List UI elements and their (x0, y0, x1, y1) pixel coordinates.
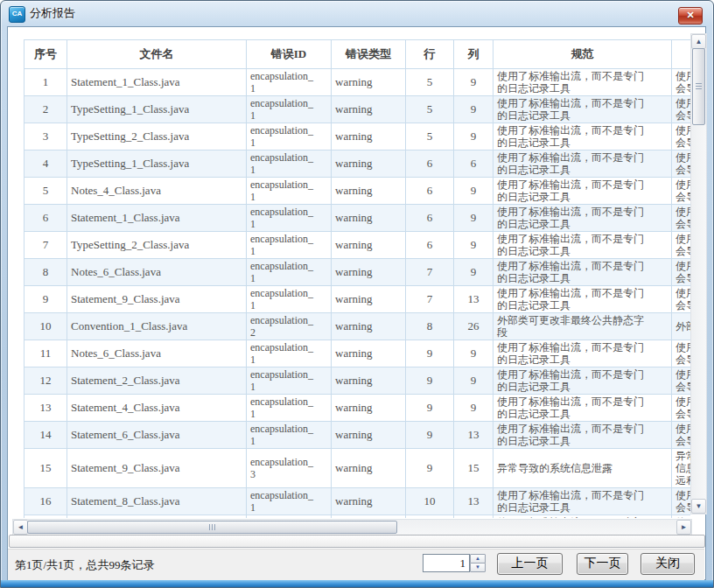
cell-description: 使用 会导 (672, 69, 691, 96)
cell-error-id: encapsulation_ 1 (247, 205, 332, 232)
cell-rule: 异常导致的系统信息泄露 (494, 449, 672, 488)
cell-line: 6 (406, 150, 454, 178)
cell-index: 7 (24, 232, 67, 259)
cell-rule: 使用了标准输出流，而不是专门 的日志记录工具 (494, 286, 672, 313)
column-header: 错误ID (247, 40, 332, 69)
column-header: 错误类型 (332, 40, 406, 69)
horizontal-scrollbar-thumb[interactable] (27, 521, 397, 534)
cell-error-id: encapsulation_ 1 (247, 422, 332, 449)
thumb-grip-icon (696, 83, 702, 90)
cell-error-id: encapsulation_ 1 (247, 368, 332, 395)
thumb-grip-icon (209, 524, 216, 530)
title-bar[interactable]: CA 分析报告 ✕ (0, 0, 714, 26)
cell-line: 7 (406, 259, 454, 286)
next-page-button[interactable]: 下一页 (577, 553, 628, 575)
table-row: 9 Statement_9_Class.java encapsulation_ … (24, 286, 691, 313)
cell-error-id: encapsulation_ 1 (247, 232, 332, 259)
table-row: 13 Statement_4_Class.java encapsulation_… (24, 395, 691, 422)
cell-index: 8 (24, 259, 67, 286)
cell-index: 13 (24, 395, 67, 422)
window-frame-bottom (1, 580, 713, 587)
cell-column: 13 (454, 422, 494, 449)
cell-error-id: encapsulation_ 1 (247, 69, 332, 96)
cell-error-id: encapsulation_ 1 (247, 286, 332, 313)
cell-filename: Notes_4_Class.java (67, 178, 247, 205)
cell-rule: 使用了标准输出流，而不是专门 的日志记录工具 (494, 395, 672, 422)
cell-error-id: encapsulation_ 1 (247, 488, 332, 515)
header-row: 序号文件名错误ID错误类型行列规范 (24, 40, 691, 69)
scroll-down-icon[interactable]: ▼ (691, 499, 706, 514)
cell-rule: 使用了标准输出流，而不是专门 的日志记录工具 (494, 232, 672, 259)
cell-error-type: warning (332, 340, 406, 368)
close-button[interactable]: 关闭 (640, 553, 695, 575)
cell-description: 使用 会导 (672, 205, 691, 232)
cell-error-type: warning (332, 449, 406, 488)
cell-description: 使用 会导 (672, 515, 691, 519)
scroll-left-icon[interactable]: ◄ (13, 520, 28, 535)
cell-description: 异常 信息 远程 (672, 449, 691, 488)
cell-rule: 使用了标准输出流，而不是专门 的日志记录工具 (494, 488, 672, 515)
table-row: 11 Notes_6_Class.java encapsulation_ 1 w… (24, 340, 691, 368)
cell-column: 9 (454, 368, 494, 395)
cell-column: 15 (454, 449, 494, 488)
table-row: 4 TypeSetting_1_Class.java encapsulation… (24, 150, 691, 178)
cell-index: 3 (24, 123, 67, 150)
table-row: 16 Statement_8_Class.java encapsulation_… (24, 488, 691, 515)
column-header: 列 (454, 40, 494, 69)
scroll-up-icon[interactable]: ▲ (691, 34, 706, 49)
cell-line: 10 (406, 488, 454, 515)
cell-filename (67, 515, 247, 519)
cell-filename: Statement_2_Class.java (67, 368, 247, 395)
cell-error-id: encapsulation_ 1 (247, 395, 332, 422)
cell-error-id: encapsulation_ 3 (247, 449, 332, 488)
cell-line (406, 515, 454, 519)
spinner-down-icon[interactable]: ▼ (470, 563, 486, 572)
cell-description: 使用 会导 (672, 286, 691, 313)
cell-error-id: encapsulation_ 1 (247, 259, 332, 286)
cell-line: 7 (406, 286, 454, 313)
cell-error-type: warning (332, 150, 406, 178)
cell-description: 使用 会导 (672, 150, 691, 178)
cell-rule: 使用了标准输出流，而不是专门 的日志记录工具 (494, 178, 672, 205)
cell-description: 使用 会导 (672, 259, 691, 286)
cell-description: 外部 (672, 313, 691, 340)
table-row: 8 Notes_6_Class.java encapsulation_ 1 wa… (24, 259, 691, 286)
cell-description: 使用 会导 (672, 395, 691, 422)
cell-filename: Statement_1_Class.java (67, 205, 247, 232)
page-number-input[interactable] (423, 554, 470, 572)
cell-line: 5 (406, 69, 454, 96)
report-table-body: 1 Statement_1_Class.java encapsulation_ … (24, 69, 691, 519)
cell-index: 12 (24, 368, 67, 395)
cell-error-type: warning (332, 69, 406, 96)
footer-bar: 第1页/共1页，总共99条记录 ▲ ▼ 上一页 下一页 关闭 (8, 549, 704, 580)
cell-index: 2 (24, 96, 67, 123)
horizontal-scrollbar[interactable]: ◄ ► (12, 519, 692, 536)
cell-filename: Statement_4_Class.java (67, 395, 247, 422)
cell-error-id: encapsulation_ 1 (247, 96, 332, 123)
cell-column: 9 (454, 205, 494, 232)
cell-description: 使用 会导 (672, 123, 691, 150)
cell-column: 9 (454, 232, 494, 259)
column-header: 规范 (494, 40, 672, 69)
cell-error-type: warning (332, 232, 406, 259)
table-row: 2 TypeSetting_1_Class.java encapsulation… (24, 96, 691, 123)
window-close-button[interactable]: ✕ (678, 7, 703, 24)
cell-filename: Statement_9_Class.java (67, 286, 247, 313)
cell-error-type: warning (332, 488, 406, 515)
cell-column: 9 (454, 340, 494, 368)
cell-column: 9 (454, 178, 494, 205)
report-table-viewport: 序号文件名错误ID错误类型行列规范 1 Statement_1_Class.ja… (12, 33, 690, 518)
vertical-scrollbar-thumb[interactable] (692, 48, 705, 125)
report-table: 序号文件名错误ID错误类型行列规范 1 Statement_1_Class.ja… (24, 39, 690, 518)
vertical-scrollbar[interactable]: ▲ ▼ (690, 33, 707, 514)
cell-description: 使用 会导 (672, 232, 691, 259)
scroll-right-icon[interactable]: ► (676, 520, 691, 535)
cell-error-id: encapsulation_ 1 (247, 340, 332, 368)
cell-line: 5 (406, 123, 454, 150)
pagination-status: 第1页/共1页，总共99条记录 (15, 550, 155, 580)
page-spinner: ▲ ▼ (470, 554, 486, 572)
table-row: 6 Statement_1_Class.java encapsulation_ … (24, 205, 691, 232)
cell-line: 9 (406, 340, 454, 368)
prev-page-button[interactable]: 上一页 (497, 553, 563, 575)
cell-column: 9 (454, 123, 494, 150)
